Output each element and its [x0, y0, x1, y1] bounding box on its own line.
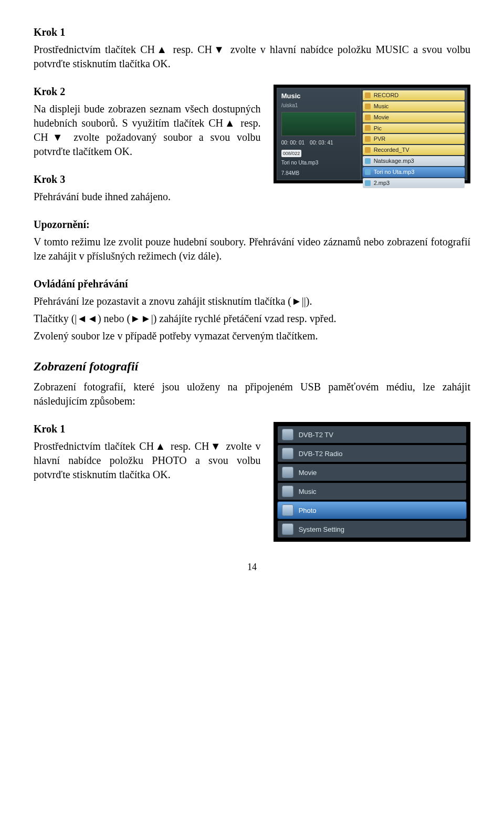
warning-heading: Upozornění:	[34, 218, 470, 232]
playback-control-block: Ovládání přehrávání Přehrávání lze pozas…	[34, 277, 470, 343]
folder-icon	[365, 147, 371, 153]
folder-label: Music	[374, 102, 389, 110]
menu-label: Movie	[299, 468, 317, 478]
photo-step1-heading: Krok 1	[34, 422, 261, 436]
page-number: 14	[34, 561, 470, 573]
folder-icon	[365, 92, 371, 98]
step3-text: Přehrávání bude ihned zahájeno.	[34, 190, 261, 204]
menu-label: System Setting	[299, 525, 344, 534]
current-track: Tori no Uta.mp3	[281, 159, 356, 167]
menu-item-music[interactable]: Music	[278, 483, 466, 500]
file-item[interactable]: Natsukage.mp3	[363, 156, 465, 166]
step-2: Krok 2 Na displeji bude zobrazen seznam …	[34, 85, 261, 159]
radio-icon	[282, 448, 293, 459]
menu-label: DVB-T2 Radio	[299, 449, 343, 459]
audio-file-icon	[365, 169, 371, 175]
tv-icon	[282, 429, 293, 440]
file-label: Tori no Uta.mp3	[374, 168, 415, 176]
audio-file-icon	[365, 158, 371, 164]
menu-label: Photo	[299, 506, 317, 515]
warning-block: Upozornění: V tomto režimu lze zvolit po…	[34, 218, 470, 263]
menu-item-dvb-tv[interactable]: DVB-T2 TV	[278, 426, 466, 443]
menu-label: Music	[299, 487, 317, 497]
folder-icon	[365, 136, 371, 142]
playback-line2: Tlačítky (|◄◄) nebo (►►|) zahájíte rychl…	[34, 312, 470, 326]
folder-label: Recorded_TV	[374, 146, 410, 154]
folder-label: Pic	[374, 125, 382, 132]
screenshot-music-browser: Music /uiska1 00: 00: 01 00: 03: 41 008/…	[274, 85, 470, 183]
photo-section-title: Zobrazení fotografií	[34, 358, 470, 375]
photo-step1-text: Prostřednictvím tlačítek CH▲ resp. CH▼ z…	[34, 439, 261, 482]
music-path: /uiska1	[281, 102, 356, 109]
file-item-selected[interactable]: Tori no Uta.mp3	[363, 167, 465, 177]
folder-item[interactable]: RECORD	[363, 90, 465, 100]
folder-item[interactable]: PVR	[363, 134, 465, 144]
file-label: Natsukage.mp3	[374, 157, 414, 165]
menu-item-movie[interactable]: Movie	[278, 464, 466, 481]
folder-icon	[365, 104, 371, 109]
warning-text: V tomto režimu lze zvolit pouze hudební …	[34, 235, 470, 263]
folder-item[interactable]: Movie	[363, 112, 465, 122]
playback-line3: Zvolený soubor lze v případě potřeby vym…	[34, 329, 470, 343]
music-icon	[282, 486, 293, 497]
step-3: Krok 3 Přehrávání bude ihned zahájeno.	[34, 172, 261, 204]
folder-label: RECORD	[374, 91, 399, 99]
music-title: Music	[281, 91, 356, 101]
music-thumbnail	[281, 112, 356, 136]
photo-step-1: Krok 1 Prostřednictvím tlačítek CH▲ resp…	[34, 422, 261, 482]
playback-heading: Ovládání přehrávání	[34, 277, 470, 291]
folder-icon	[365, 115, 371, 120]
folder-label: Movie	[374, 113, 389, 121]
folder-item[interactable]: Music	[363, 101, 465, 111]
menu-item-system-setting[interactable]: System Setting	[278, 521, 466, 538]
folder-icon	[365, 125, 371, 131]
step1-heading: Krok 1	[34, 25, 470, 39]
playback-line1: Přehrávání lze pozastavit a znovu zaháji…	[34, 294, 470, 308]
audio-file-icon	[365, 180, 371, 186]
file-size: 7.84MB	[281, 170, 356, 177]
time-elapsed: 00: 00: 01	[281, 139, 304, 147]
photo-icon	[282, 504, 293, 516]
step1-text: Prostřednictvím tlačítek CH▲ resp. CH▼ z…	[34, 43, 470, 71]
file-item[interactable]: 2.mp3	[363, 178, 465, 188]
folder-label: PVR	[374, 135, 386, 143]
folder-item[interactable]: Recorded_TV	[363, 145, 465, 155]
file-label: 2.mp3	[374, 179, 390, 187]
menu-label: DVB-T2 TV	[299, 430, 333, 440]
time-total: 00: 03: 41	[310, 139, 333, 147]
photo-intro: Zobrazení fotografií, které jsou uloženy…	[34, 380, 470, 408]
track-index: 008/022	[281, 150, 302, 157]
menu-item-photo-selected[interactable]: Photo	[278, 502, 466, 519]
step2-heading: Krok 2	[34, 85, 261, 99]
settings-icon	[282, 523, 293, 535]
file-list: RECORD Music Movie Pic PVR Recorded_TV N…	[361, 88, 467, 180]
screenshot-main-menu: DVB-T2 TV DVB-T2 Radio Movie Music Photo…	[274, 422, 470, 542]
movie-icon	[282, 467, 293, 478]
folder-item[interactable]: Pic	[363, 123, 465, 133]
step2-text: Na displeji bude zobrazen seznam všech d…	[34, 102, 261, 159]
menu-item-dvb-radio[interactable]: DVB-T2 Radio	[278, 445, 466, 462]
step-1: Krok 1 Prostřednictvím tlačítek CH▲ resp…	[34, 25, 470, 71]
step3-heading: Krok 3	[34, 172, 261, 187]
